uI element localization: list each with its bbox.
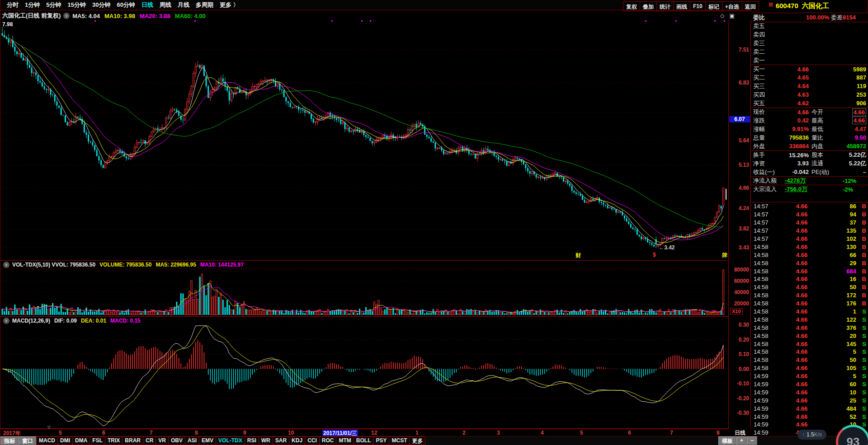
toolbar-button-复权[interactable]: 复权 [623, 1, 640, 11]
tick-row: 14:584.66684B [751, 267, 868, 275]
period-tab-日线[interactable]: 日线 [142, 1, 153, 9]
date-axis[interactable]: ▽ 2017年56789102017/11/01/三1212345678 [0, 429, 728, 436]
bid-level-5[interactable]: 买五4.62906 [751, 99, 868, 108]
axis-period-label: 日线 [729, 429, 751, 436]
macd-axis-label: 0.20 [739, 337, 749, 343]
period-tab-60分钟[interactable]: 60分钟 [117, 1, 135, 9]
indicator-header-label: MA5: 229696.95 [156, 262, 196, 268]
ask-level-2[interactable]: 卖二 [751, 47, 868, 56]
macd-chart-svg [0, 325, 728, 429]
indicator-tab-TRIX[interactable]: TRIX [105, 436, 123, 445]
period-tab-15分钟[interactable]: 15分钟 [67, 1, 85, 9]
toolbar-button-返回[interactable]: 返回 [742, 1, 759, 11]
bid-level-4[interactable]: 买四4.63253 [751, 90, 868, 99]
indicator-tab-CCI[interactable]: CCI [305, 436, 320, 445]
toolbar-button-标记[interactable]: 标记 [705, 1, 722, 11]
chart-corner-icons[interactable]: ◇ ▣ [720, 13, 736, 19]
ask-level-3[interactable]: 卖三 [751, 39, 868, 47]
collapse-chevron-icon[interactable]: ∨ [3, 318, 9, 324]
toolbar-button-叠加[interactable]: 叠加 [640, 1, 657, 11]
scroll-position-marker[interactable]: ▽ [47, 425, 51, 430]
ask-level-4[interactable]: 卖四 [751, 30, 868, 39]
indicator-tab-PSY[interactable]: PSY [373, 436, 389, 445]
indicator-tab-KDJ[interactable]: KDJ [289, 436, 305, 445]
bid-level-2[interactable]: 买二4.65887 [751, 73, 868, 82]
fundamental-row: 收益(一)-0.042PE(动)– [751, 168, 868, 176]
indicator-tab-BOLL[interactable]: BOLL [354, 436, 374, 445]
period-tab-5分钟[interactable]: 5分钟 [46, 1, 61, 9]
indicator-tab-BRAR[interactable]: BRAR [122, 436, 143, 445]
indicator-tab-MTM[interactable]: MTM [336, 436, 354, 445]
indicator-tab-ROC[interactable]: ROC [319, 436, 337, 445]
indicator-header-label: DIF: 0.09 [54, 318, 77, 324]
period-tab-1分钟[interactable]: 1分钟 [25, 1, 40, 9]
indicator-tab-MACD[interactable]: MACD [36, 436, 58, 445]
tick-row: 14:584.66130B [751, 243, 868, 251]
indicator-tab-FSL[interactable]: FSL [90, 436, 105, 445]
event-marker: $ [653, 252, 656, 258]
indicator-tab-OBV[interactable]: OBV [168, 436, 185, 445]
period-tab-月线[interactable]: 月线 [178, 1, 189, 9]
indicator-tab-ASI[interactable]: ASI [185, 436, 199, 445]
tick-row: 14:574.6686B [751, 202, 868, 211]
bid-level-3[interactable]: 买三4.64119 [751, 82, 868, 90]
volume-axis-label: 80000 [734, 267, 749, 273]
tick-row: 14:584.6650S [751, 356, 868, 364]
volume-header: ∨ VOL-TDX(5,10) VVOL: 795836.50VOLUME: 7… [0, 261, 728, 268]
indicator-tab-更多[interactable]: 更多 [409, 436, 425, 445]
indicator-tab-CR[interactable]: CR [143, 436, 156, 445]
chart-title: 六国化工(日线 前复权) [2, 12, 61, 20]
price-axis-label: 3.82 [739, 225, 749, 232]
indicator-tab-MCST[interactable]: MCST [389, 436, 410, 445]
low-price-annotation: ←3.42 [659, 244, 675, 251]
net-speed-value: 1.5 [807, 431, 814, 438]
indicator-tab-RSI[interactable]: RSI [245, 436, 259, 445]
indicator-tab-SAR[interactable]: SAR [273, 436, 289, 445]
ask-level-1[interactable]: 卖一 [751, 56, 868, 65]
toolbar-button-画线[interactable]: 画线 [673, 1, 690, 11]
toolbar-buttons: 复权叠加统计画线F10标记+自选返回 [623, 1, 759, 11]
period-tab-更多 〉[interactable]: 更多 〉 [220, 1, 239, 9]
toolbar-button-统计[interactable]: 统计 [656, 1, 674, 11]
net-speed-unit: K/s [814, 431, 822, 438]
period-tab-30分钟[interactable]: 30分钟 [92, 1, 110, 9]
bottom-button-−[interactable]: − [747, 436, 757, 445]
price-axis-label: 4.66 [739, 185, 749, 191]
price-axis: X10 7.516.835.645.134.664.243.823.436.07… [728, 20, 751, 429]
period-tab-多周期[interactable]: 多周期 [196, 1, 213, 9]
candlestick-chart[interactable]: 7.98←3.42财$牌 [0, 20, 728, 261]
volume-chart[interactable] [0, 269, 728, 317]
toolbar-button-F10[interactable]: F10 [690, 1, 706, 11]
price-axis-label: 5.64 [739, 137, 749, 144]
bid-level-1[interactable]: 买一4.665989 [751, 65, 868, 73]
price-axis-label: 3.43 [739, 244, 749, 251]
indicator-tab-WR[interactable]: WR [259, 436, 273, 445]
quote-info-row: 总量795836量比9.50 [751, 133, 868, 142]
indicator-tab-DMI[interactable]: DMI [57, 436, 73, 445]
date-axis-label: 8 [717, 430, 720, 436]
macd-chart[interactable] [0, 325, 728, 429]
bottom-button-指标[interactable]: 指标 [0, 436, 19, 445]
indicator-tab-VOL-TDX[interactable]: VOL-TDX [216, 436, 245, 445]
bottom-button-template[interactable]: 模板 [718, 436, 736, 445]
quote-info-row: 涨幅9.91%最低4.47 [751, 125, 868, 133]
period-tab-周线[interactable]: 周线 [160, 1, 171, 9]
money-flow-row: 净流入额-4278万-12% [751, 176, 868, 185]
indicator-header-label: VOLUME: 795836.50 [99, 262, 151, 268]
ask-level-5[interactable]: 卖五 [751, 22, 868, 30]
bottom-button-+[interactable]: + [736, 436, 747, 445]
event-dot [331, 20, 333, 22]
collapse-chevron-icon[interactable]: ∨ [3, 262, 9, 268]
indicator-tab-VR[interactable]: VR [156, 436, 169, 445]
chart-title-row: 六国化工(日线 前复权) ∨ MA5: 4.04MA10: 3.98MA20: … [0, 11, 728, 20]
indicator-tab-DMA[interactable]: DMA [72, 436, 90, 445]
collapse-chevron-icon[interactable]: ∨ [63, 13, 70, 19]
indicator-tab-EMV[interactable]: EMV [199, 436, 216, 445]
gauge-value: 93 [847, 435, 860, 445]
toolbar-button-+自选[interactable]: +自选 [722, 1, 742, 11]
period-tab-分时[interactable]: 分时 [7, 1, 19, 9]
tick-list[interactable]: 14:574.6686B14:574.6694B14:574.6637B14:5… [751, 202, 868, 436]
tick-row: 14:584.66122S [751, 315, 868, 323]
bottom-button-窗口[interactable]: 窗口 [19, 436, 37, 445]
text-caret [726, 189, 726, 200]
